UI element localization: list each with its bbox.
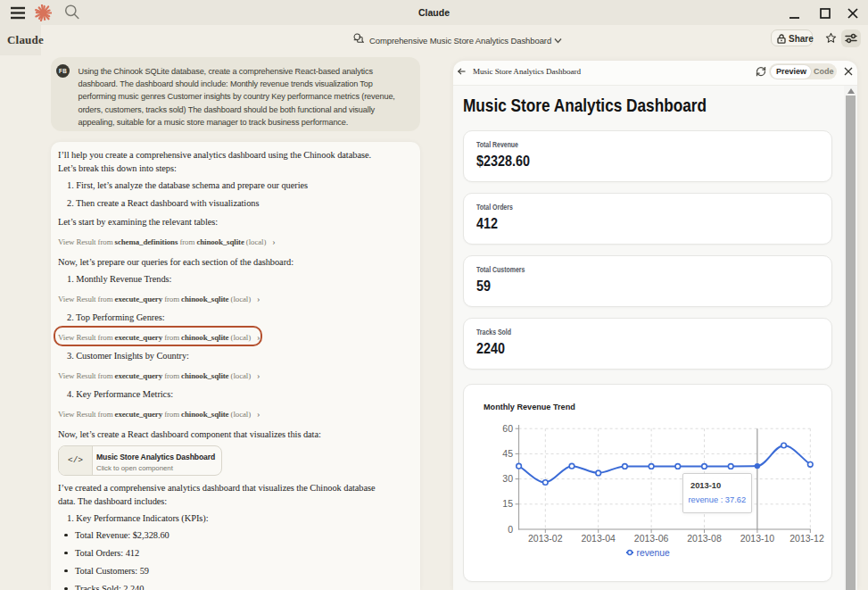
svg-text:0: 0: [508, 524, 513, 535]
svg-text:2013-04: 2013-04: [581, 533, 616, 544]
svg-text:2013-06: 2013-06: [634, 533, 669, 544]
svg-text:2013-12: 2013-12: [789, 533, 824, 544]
svg-text:2013-02: 2013-02: [528, 533, 563, 544]
svg-text:45: 45: [502, 448, 513, 459]
svg-text:2013-10: 2013-10: [740, 533, 775, 544]
svg-text:revenue: revenue: [637, 548, 670, 558]
svg-text:60: 60: [502, 423, 513, 434]
svg-text:2013-08: 2013-08: [687, 533, 722, 544]
svg-text:15: 15: [502, 498, 513, 509]
svg-text:30: 30: [502, 473, 513, 484]
